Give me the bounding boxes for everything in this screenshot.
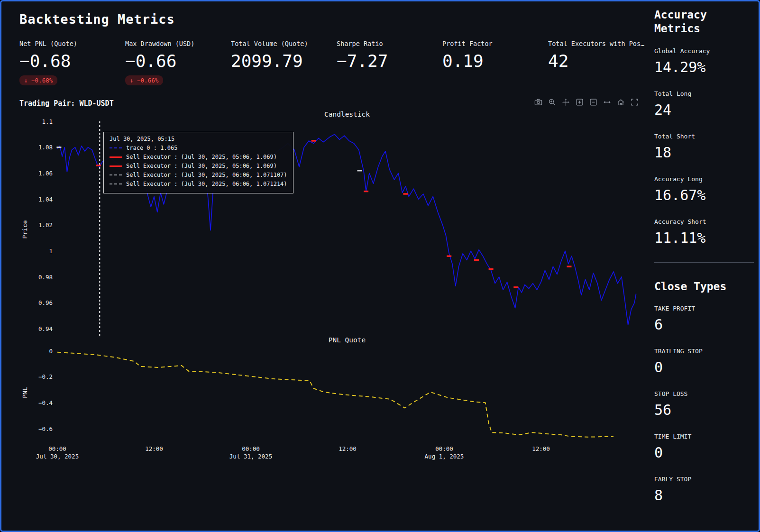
sidebar-metric-value: 0 (654, 359, 754, 376)
legend-sample-blue-dashed (110, 147, 122, 148)
x-tick-time: 00:00 (242, 445, 260, 452)
metric-label: Total Executors with Pos… (548, 40, 654, 47)
metric-value: 42 (548, 52, 654, 70)
metric: Net PNL (Quote)−0.68↓ −0.68% (19, 40, 125, 85)
pnl-quote-title: PNL Quote (329, 336, 366, 344)
trading-pair-label: Trading Pair: WLD-USDT (19, 99, 114, 108)
x-tick-date: Aug 1, 2025 (425, 453, 464, 460)
tooltip-row: Sell Executor : (Jul 30, 2025, 05:06, 1.… (110, 153, 287, 162)
x-tick-time: 12:00 (145, 445, 163, 452)
tooltip-rows: trace 0 : 1.065Sell Executor : (Jul 30, … (110, 144, 287, 189)
metric-value: −7.27 (337, 52, 442, 70)
metric-value: −0.66 (125, 52, 231, 70)
sidebar-metric-value: 11.11% (654, 229, 754, 246)
sidebar-metric-value: 6 (654, 316, 754, 333)
price-tick-label: 0.98 (38, 273, 53, 280)
metric-value: 0.19 (442, 52, 548, 70)
metric-delta-badge: ↓ −0.68% (19, 75, 57, 85)
sidebar-metric-label: TAKE PROFIT (654, 305, 754, 312)
x-tick-time: 00:00 (435, 445, 453, 452)
sidebar-metric-value: 0 (654, 444, 754, 461)
sidebar-metric-value: 16.67% (654, 187, 754, 203)
metric-label: Sharpe Ratio (337, 40, 442, 47)
pnl-axis-title: PNL (21, 387, 28, 398)
sidebar-metric: Accuracy Long16.67% (654, 175, 754, 203)
x-tick-time: 00:00 (48, 445, 66, 452)
page-title: Backtesting Metrics (19, 12, 643, 27)
modebar-pan-button[interactable] (560, 98, 571, 109)
tooltip-row: Sell Executor : (Jul 30, 2025, 05:06, 1.… (110, 162, 287, 171)
legend-sample-red-solid (110, 156, 122, 158)
reset-axes-icon (617, 98, 625, 108)
sidebar-metric: EARLY STOP8 (654, 476, 754, 504)
sidebar-metric: STOP LOSS56 (654, 390, 754, 418)
sidebar-metric-value: 18 (654, 144, 754, 161)
metric: Total Volume (Quote)2099.79 (231, 40, 337, 85)
sidebar-metric: TAKE PROFIT6 (654, 305, 754, 333)
sidebar-metric-value: 8 (654, 487, 754, 504)
metric-delta-badge: ↓ −0.66% (125, 75, 163, 85)
tooltip-row-text: Sell Executor : (Jul 30, 2025, 06:06, 1.… (126, 181, 287, 187)
modebar-autoscale-button[interactable] (602, 98, 613, 109)
modebar-camera-button[interactable] (533, 98, 544, 109)
sidebar-metric-label: TRAILING STOP (654, 348, 754, 355)
tooltip-row-text: Sell Executor : (Jul 30, 2025, 05:06, 1.… (126, 163, 277, 169)
pnl-tick-label: 0 (49, 347, 53, 354)
modebar-zoom-out-button[interactable] (588, 98, 599, 109)
sidebar-metric-label: Total Long (654, 90, 754, 97)
price-tick-label: 0.94 (38, 325, 53, 332)
plot-area: CandlestickPNL QuotePricePNL1.11.081.061… (19, 110, 643, 476)
tooltip-row: Sell Executor : (Jul 30, 2025, 06:06, 1.… (110, 171, 287, 180)
camera-icon (534, 98, 542, 108)
x-tick-time: 12:00 (532, 445, 550, 452)
legend-sample-red-solid (110, 165, 122, 167)
chart-card: Trading Pair: WLD-USDT CandlestickPNL Qu… (19, 97, 643, 476)
metric-value: 2099.79 (231, 52, 337, 70)
sidebar-heading: Close Types (654, 280, 730, 294)
sidebar-heading: Accuracy Metrics (654, 8, 730, 36)
tooltip-row: trace 0 : 1.065 (110, 144, 287, 153)
modebar-zoom-in-button[interactable] (574, 98, 585, 109)
sidebar-metric-label: Global Accuracy (654, 47, 754, 55)
tooltip-row-text: trace 0 : 1.065 (126, 145, 177, 151)
sidebar-metric-label: STOP LOSS (654, 390, 754, 397)
sidebar: Accuracy MetricsGlobal Accuracy14.29%Tot… (643, 1, 760, 531)
sidebar-metric-label: Accuracy Short (654, 218, 754, 225)
metric-label: Max Drawdown (USD) (125, 40, 231, 47)
sidebar-metric: TIME LIMIT0 (654, 433, 754, 461)
chart-header: Trading Pair: WLD-USDT (19, 97, 643, 110)
hover-tooltip: Jul 30, 2025, 05:15 trace 0 : 1.065Sell … (103, 132, 293, 193)
candlestick-title: Candlestick (324, 110, 370, 118)
sidebar-metric: Total Long24 (654, 90, 754, 118)
modebar-reset-axes-button[interactable] (615, 98, 626, 109)
metric: Max Drawdown (USD)−0.66↓ −0.66% (125, 40, 231, 85)
metric: Profit Factor0.19 (442, 40, 548, 85)
sidebar-metric: Total Short18 (654, 133, 754, 161)
sidebar-metric-label: Total Short (654, 133, 754, 140)
plotly-modebar (533, 98, 643, 109)
zoom-out-icon (589, 98, 597, 108)
metric-label: Total Volume (Quote) (231, 40, 337, 47)
pnl-tick-label: −0.2 (38, 373, 53, 380)
price-tick-label: 0.96 (38, 299, 53, 306)
fullscreen-icon (631, 98, 639, 108)
price-axis-title: Price (21, 220, 28, 238)
x-tick-time: 12:00 (339, 445, 357, 452)
sidebar-metric: TRAILING STOP0 (654, 348, 754, 376)
tooltip-row-text: Sell Executor : (Jul 30, 2025, 05:06, 1.… (126, 154, 277, 160)
sidebar-metric-value: 24 (654, 101, 754, 118)
sidebar-divider (654, 262, 754, 263)
sidebar-metric: Global Accuracy14.29% (654, 47, 754, 75)
modebar-fullscreen-button[interactable] (629, 98, 640, 109)
autoscale-icon (603, 98, 611, 108)
main-content: Backtesting Metrics Net PNL (Quote)−0.68… (1, 1, 643, 531)
tooltip-date: Jul 30, 2025, 05:15 (110, 136, 287, 142)
pnl-line (57, 352, 613, 437)
legend-sample-gray-dashed (110, 174, 122, 175)
legend-sample-gray-dashed (110, 183, 122, 184)
price-tick-label: 1.1 (42, 118, 53, 125)
sidebar-metric-label: Accuracy Long (654, 175, 754, 183)
price-tick-label: 1.04 (38, 195, 53, 202)
modebar-zoom-button[interactable] (547, 98, 558, 109)
price-tick-label: 1.02 (38, 221, 53, 229)
